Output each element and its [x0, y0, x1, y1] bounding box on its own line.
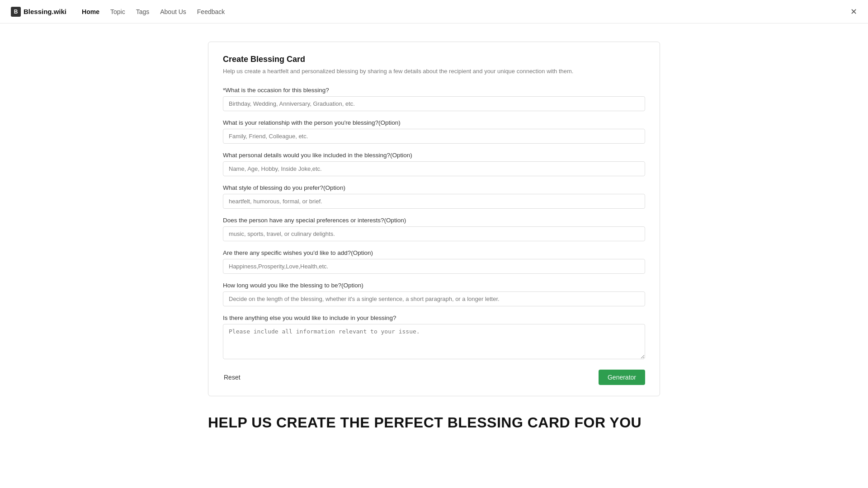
navbar: B Blessing.wiki Home Topic Tags About Us…: [0, 0, 868, 23]
label-length: How long would you like the blessing to …: [223, 282, 645, 289]
page-wrapper: Create Blessing Card Help us create a he…: [199, 23, 669, 449]
label-occasion: *What is the occasion for this blessing?: [223, 87, 645, 94]
label-relationship: What is your relationship with the perso…: [223, 119, 645, 126]
nav-link-about[interactable]: About Us: [156, 5, 191, 18]
nav-link-home[interactable]: Home: [77, 5, 104, 18]
nav-link-topic[interactable]: Topic: [106, 5, 130, 18]
nav-link-tags[interactable]: Tags: [132, 5, 154, 18]
field-occasion: *What is the occasion for this blessing?: [223, 87, 645, 111]
input-occasion[interactable]: [223, 96, 645, 111]
label-style: What style of blessing do you prefer?(Op…: [223, 184, 645, 191]
nav-links: Home Topic Tags About Us Feedback: [77, 5, 229, 18]
input-interests[interactable]: [223, 226, 645, 241]
label-extra: Is there anything else you would like to…: [223, 314, 645, 321]
field-wishes: Are there any specific wishes you'd like…: [223, 249, 645, 274]
form-footer: Reset Generator: [223, 370, 645, 385]
brand-name: Blessing.wiki: [24, 8, 66, 15]
close-icon[interactable]: ✕: [850, 7, 857, 17]
label-interests: Does the person have any special prefere…: [223, 217, 645, 224]
input-wishes[interactable]: [223, 259, 645, 274]
reset-button[interactable]: Reset: [223, 371, 241, 384]
field-personal-details: What personal details would you like inc…: [223, 152, 645, 176]
brand-icon: B: [11, 7, 21, 17]
field-extra: Is there anything else you would like to…: [223, 314, 645, 361]
input-personal-details[interactable]: [223, 161, 645, 176]
input-style[interactable]: [223, 194, 645, 209]
input-relationship[interactable]: [223, 129, 645, 144]
bottom-heading: HELP US CREATE THE PERFECT BLESSING CARD…: [208, 414, 660, 431]
form-card: Create Blessing Card Help us create a he…: [208, 42, 660, 396]
field-interests: Does the person have any special prefere…: [223, 217, 645, 241]
field-style: What style of blessing do you prefer?(Op…: [223, 184, 645, 209]
field-length: How long would you like the blessing to …: [223, 282, 645, 306]
label-wishes: Are there any specific wishes you'd like…: [223, 249, 645, 256]
form-subtitle: Help us create a heartfelt and personali…: [223, 67, 645, 76]
textarea-extra[interactable]: [223, 324, 645, 359]
field-relationship: What is your relationship with the perso…: [223, 119, 645, 144]
form-title: Create Blessing Card: [223, 55, 645, 64]
brand[interactable]: B Blessing.wiki: [11, 7, 66, 17]
label-personal-details: What personal details would you like inc…: [223, 152, 645, 159]
nav-link-feedback[interactable]: Feedback: [193, 5, 229, 18]
input-length[interactable]: [223, 291, 645, 306]
generator-button[interactable]: Generator: [599, 370, 645, 385]
